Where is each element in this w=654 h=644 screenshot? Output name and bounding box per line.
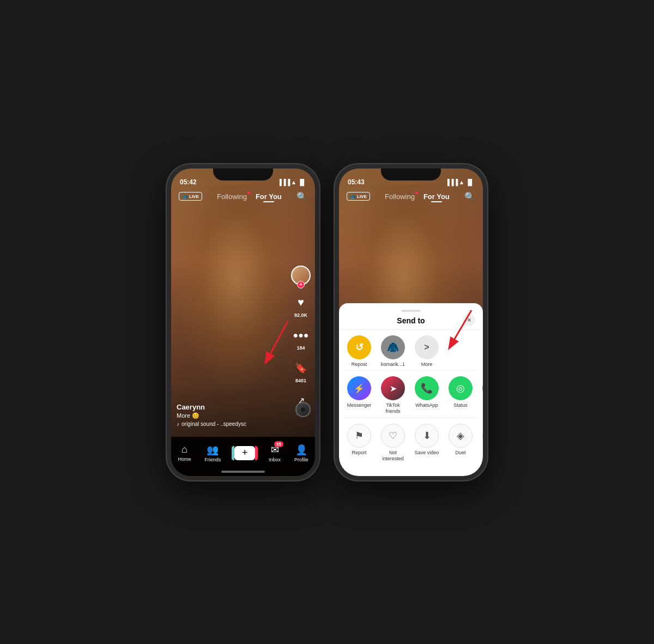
share-savevideo[interactable]: ⬇ Save video <box>411 424 443 456</box>
share-tiktokfriends[interactable]: ➤ TikTokfriends <box>377 376 409 414</box>
notinterested-icon-circle: ♡ <box>381 424 405 448</box>
profile-icon: 👤 <box>295 444 307 456</box>
share-more[interactable]: > More <box>411 335 443 368</box>
repost-icon: ↺ <box>355 341 364 353</box>
phone2-wrapper: 05:43 ▐▐▐ ▴ ▐▌ 📺 LIVE Followi <box>335 164 487 480</box>
share-contact[interactable]: 🧥 komarik...1 <box>377 335 409 368</box>
comment-count: 184 <box>296 345 305 351</box>
nav-following-2[interactable]: Following <box>385 192 415 201</box>
comment-icon: ●●● <box>292 327 310 344</box>
status-icon: ◎ <box>456 382 465 394</box>
avatar-container[interactable]: + <box>291 266 311 285</box>
phone1-frame: 05:42 ▐▐▐ ▴ ▐▌ 📺 LIVE Followi <box>167 164 319 480</box>
header-nav-2: Following For You <box>385 192 450 201</box>
notch2 <box>381 168 441 180</box>
music-disc[interactable] <box>295 402 311 417</box>
tiktok-header: 📺 LIVE Following For You 🔍 <box>171 188 315 205</box>
share-status[interactable]: ◎ Status <box>445 376 476 408</box>
battery-icon-2: ▐▌ <box>465 179 474 185</box>
share-row-2: ⚡ Messenger ➤ TikTokfriends <box>339 371 483 418</box>
status-icons: ▐▐▐ ▴ ▐▌ <box>277 179 306 186</box>
share-whatsapp[interactable]: 📞 WhatsApp <box>411 376 443 408</box>
search-icon-2[interactable]: 🔍 <box>464 191 475 202</box>
status-time: 05:42 <box>180 178 197 186</box>
contact-label: komarik...1 <box>381 362 405 368</box>
notinterested-label: Notinterested <box>382 450 404 462</box>
nav-following[interactable]: Following <box>217 192 247 201</box>
phone2-frame: 05:43 ▐▐▐ ▴ ▐▌ 📺 LIVE Followi <box>335 164 487 480</box>
phone2-screen: 05:43 ▐▐▐ ▴ ▐▌ 📺 LIVE Followi <box>339 168 483 476</box>
duet-icon-circle: ◈ <box>449 424 473 448</box>
share-title-row: Send to × <box>339 316 483 330</box>
tv-icon-2: 📺 <box>350 194 356 199</box>
inbox-badge: 35 <box>274 441 283 447</box>
share-stitch[interactable]: ⊞ Stitch <box>479 424 483 456</box>
duet-icon: ◈ <box>457 430 464 442</box>
report-label: Report <box>352 450 366 456</box>
nav-foryou[interactable]: For You <box>256 192 282 201</box>
search-icon[interactable]: 🔍 <box>296 191 307 202</box>
share-title: Send to <box>397 316 425 325</box>
following-dot-2 <box>415 191 418 194</box>
bookmark-count: 8401 <box>295 378 306 383</box>
contact-icon-circle: 🧥 <box>381 335 405 359</box>
share-notinterested[interactable]: ♡ Notinterested <box>377 424 409 462</box>
tiktokfriends-icon-circle: ➤ <box>381 376 405 400</box>
wifi-icon: ▴ <box>292 179 295 186</box>
report-icon-circle: ⚑ <box>347 424 371 448</box>
live-badge-2[interactable]: 📺 LIVE <box>347 192 370 201</box>
nav-friends[interactable]: 👥 Friends <box>204 444 221 462</box>
heart-icon: ♥ <box>292 294 310 311</box>
status-time-2: 05:43 <box>348 178 365 186</box>
share-report[interactable]: ⚑ Report <box>343 424 375 456</box>
duet-label: Duet <box>455 450 465 456</box>
live-badge[interactable]: 📺 LIVE <box>179 192 202 201</box>
nav-inbox[interactable]: ✉ 35 Inbox <box>269 444 281 462</box>
nav-home[interactable]: ⌂ Home <box>178 444 191 462</box>
share-row-3: ⚑ Report ♡ Notinterested ⬇ <box>339 418 483 465</box>
wifi-icon-2: ▴ <box>460 179 463 186</box>
sheet-handle <box>401 310 421 312</box>
like-count: 92.0K <box>294 312 307 318</box>
notinterested-icon: ♡ <box>389 430 397 442</box>
inbox-wrapper: ✉ 35 <box>271 444 279 456</box>
following-dot <box>247 191 250 194</box>
follow-plus[interactable]: + <box>297 281 305 288</box>
share-repost[interactable]: ↺ Repost <box>343 335 375 368</box>
status-label: Status <box>453 402 468 408</box>
share-messenger[interactable]: ⚡ Messenger <box>343 376 375 408</box>
savevideo-icon-circle: ⬇ <box>415 424 439 448</box>
username[interactable]: Caerynn <box>177 403 288 411</box>
share-row-1: ↺ Repost 🧥 komarik...1 > <box>339 330 483 371</box>
nav-profile[interactable]: 👤 Profile <box>294 444 308 462</box>
report-icon: ⚑ <box>355 430 364 442</box>
plus-icon: + <box>242 447 248 459</box>
messenger-icon-circle: ⚡ <box>347 376 371 400</box>
music-text: original sound - ..speedysc <box>181 421 246 427</box>
status-icons-2: ▐▐▐ ▴ ▐▌ <box>445 179 474 186</box>
battery-icon: ▐▌ <box>298 179 306 185</box>
create-button[interactable]: + <box>234 446 255 460</box>
live-text-2: LIVE <box>357 194 367 199</box>
music-note-icon: ♪ <box>177 421 179 427</box>
more-label: More <box>421 362 433 368</box>
savevideo-icon: ⬇ <box>423 430 431 442</box>
phone1-screen: 05:42 ▐▐▐ ▴ ▐▌ 📺 LIVE Followi <box>171 168 315 476</box>
tiktok-header-2: 📺 LIVE Following For You 🔍 <box>339 188 483 205</box>
bottom-info: Caerynn More 😊 ♪ original sound - ..spee… <box>177 403 288 427</box>
more-chevron-icon: > <box>424 342 429 352</box>
live-text: LIVE <box>189 194 199 199</box>
close-button[interactable]: × <box>463 314 475 326</box>
home-icon: ⌂ <box>181 444 187 455</box>
tiktokfriends-icon: ➤ <box>390 383 397 394</box>
nav-foryou-2[interactable]: For You <box>423 192 450 201</box>
tiktokfriends-label: TikTokfriends <box>385 402 400 414</box>
bookmark-action[interactable]: 🔖 8401 <box>292 359 310 383</box>
nav-create[interactable]: + <box>234 446 255 460</box>
notch <box>213 168 273 180</box>
share-sms[interactable]: 💬 SMS <box>479 376 483 408</box>
music-row[interactable]: ♪ original sound - ..speedysc <box>177 421 288 427</box>
like-action[interactable]: ♥ 92.0K <box>292 294 310 318</box>
comment-action[interactable]: ●●● 184 <box>292 327 310 351</box>
share-duet[interactable]: ◈ Duet <box>445 424 476 456</box>
